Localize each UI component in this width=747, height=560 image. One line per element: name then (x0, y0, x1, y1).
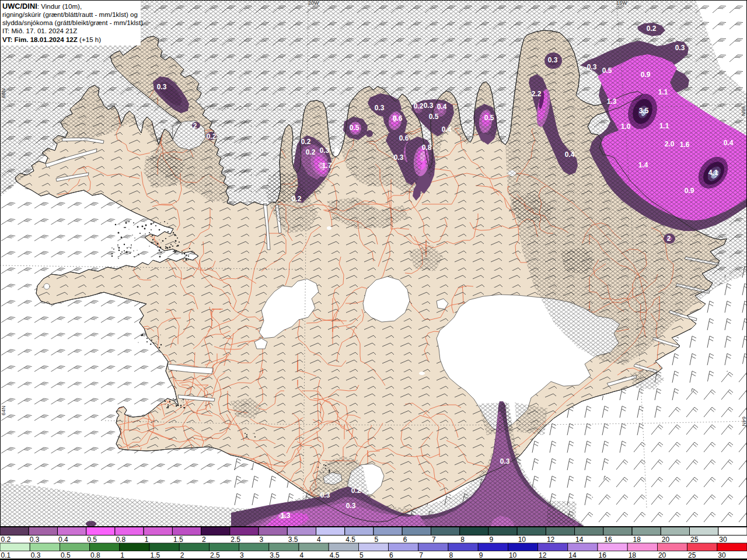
svg-text:14: 14 (568, 551, 577, 559)
svg-text:25: 25 (690, 536, 699, 544)
svg-text:VT: Fim. 18.01.2024 12Z (+15 h: VT: Fim. 18.01.2024 12Z (+15 h) (2, 36, 101, 43)
svg-text:4.5: 4.5 (345, 536, 355, 544)
svg-text:0.2: 0.2 (306, 148, 316, 156)
svg-text:0.5: 0.5 (61, 551, 71, 559)
svg-text:9: 9 (479, 551, 483, 559)
svg-text:IT: Mið. 17. 01. 2024 21Z: IT: Mið. 17. 01. 2024 21Z (2, 27, 77, 34)
svg-text:1.1: 1.1 (659, 122, 669, 130)
svg-text:0.5: 0.5 (350, 124, 359, 132)
svg-text:5: 5 (359, 551, 364, 559)
svg-text:0.3: 0.3 (31, 551, 41, 559)
svg-text:3.5: 3.5 (270, 551, 280, 559)
svg-text:2: 2 (667, 235, 671, 243)
svg-text:4.1: 4.1 (708, 169, 718, 177)
svg-text:64N: 64N (741, 416, 747, 426)
svg-text:0.2: 0.2 (207, 132, 217, 141)
svg-text:66N: 66N (741, 106, 746, 116)
svg-text:20W: 20W (308, 0, 319, 6)
svg-text:16: 16 (599, 551, 607, 559)
svg-text:0.4: 0.4 (724, 139, 734, 147)
svg-text:1.6: 1.6 (680, 141, 690, 149)
svg-text:0.2: 0.2 (1, 536, 11, 544)
svg-text:0.6: 0.6 (399, 134, 409, 142)
svg-text:2: 2 (180, 551, 184, 559)
svg-text:slydda/snjókoma (grátt/bleikt/: slydda/snjókoma (grátt/bleikt/grænt - mm… (2, 19, 143, 26)
svg-text:0.9: 0.9 (685, 187, 694, 195)
svg-text:18: 18 (633, 536, 641, 544)
svg-text:3.5: 3.5 (639, 107, 649, 115)
svg-text:3: 3 (260, 536, 264, 544)
svg-text:5: 5 (375, 536, 379, 544)
svg-text:7: 7 (419, 551, 423, 559)
svg-text:0.3: 0.3 (346, 502, 356, 510)
svg-text:2.5: 2.5 (231, 536, 240, 544)
svg-text:30: 30 (718, 551, 726, 559)
svg-text:0.3: 0.3 (375, 104, 385, 112)
svg-text:rigning/skúrir (grænt/blátt/ra: rigning/skúrir (grænt/blátt/rautt - mm/1… (2, 10, 138, 18)
svg-text:0.3: 0.3 (675, 44, 685, 52)
svg-text:4: 4 (317, 536, 321, 544)
svg-text:1: 1 (145, 536, 149, 544)
svg-text:0.5: 0.5 (602, 66, 612, 75)
svg-text:0.8: 0.8 (422, 144, 432, 152)
svg-text:9: 9 (489, 536, 493, 544)
svg-text:0.6: 0.6 (393, 114, 403, 123)
svg-text:6: 6 (403, 536, 407, 544)
svg-text:2.2: 2.2 (532, 90, 542, 98)
svg-text:2: 2 (193, 122, 197, 130)
svg-text:0.4: 0.4 (442, 125, 452, 134)
svg-text:0.2: 0.2 (647, 24, 657, 33)
svg-text:0.3: 0.3 (30, 536, 40, 544)
svg-text:0.3: 0.3 (320, 146, 330, 155)
svg-text:64N: 64N (1, 405, 6, 415)
svg-text:0.5: 0.5 (87, 536, 97, 544)
svg-text:0.8: 0.8 (90, 551, 100, 559)
svg-text:0.4: 0.4 (437, 103, 447, 111)
svg-text:2: 2 (202, 536, 206, 544)
svg-text:18: 18 (629, 551, 637, 559)
svg-text:0.3: 0.3 (548, 56, 558, 64)
svg-text:14: 14 (575, 536, 584, 544)
svg-text:0.2: 0.2 (414, 102, 424, 110)
svg-text:25: 25 (688, 551, 696, 559)
svg-text:16: 16 (604, 536, 612, 544)
svg-text:15W: 15W (616, 0, 627, 6)
svg-text:0.3: 0.3 (157, 83, 167, 91)
svg-text:12: 12 (539, 551, 547, 559)
svg-text:66N: 66N (1, 88, 6, 98)
svg-text:0.3: 0.3 (424, 102, 434, 110)
svg-text:0.3: 0.3 (587, 63, 597, 71)
svg-text:3.5: 3.5 (288, 536, 298, 544)
svg-text:10: 10 (518, 536, 526, 544)
svg-text:1.3: 1.3 (281, 512, 291, 520)
svg-text:1.5: 1.5 (151, 551, 160, 559)
svg-text:0.9: 0.9 (641, 71, 651, 79)
svg-text:0.5: 0.5 (484, 114, 494, 122)
svg-text:6: 6 (389, 551, 393, 559)
svg-text:0.8: 0.8 (116, 536, 125, 544)
svg-text:1.3: 1.3 (607, 97, 617, 106)
svg-text:1.1: 1.1 (658, 88, 668, 96)
svg-text:2.5: 2.5 (210, 551, 220, 559)
svg-text:8: 8 (460, 536, 465, 544)
svg-text:1.5: 1.5 (173, 536, 183, 544)
svg-text:4.5: 4.5 (330, 551, 340, 559)
svg-text:0.4: 0.4 (58, 536, 68, 544)
svg-text:0.2: 0.2 (301, 138, 311, 146)
svg-text:7: 7 (432, 536, 436, 544)
svg-text:1: 1 (120, 551, 124, 559)
svg-text:1.4: 1.4 (638, 161, 648, 169)
svg-text:0.3: 0.3 (394, 153, 404, 162)
svg-text:0.1: 0.1 (1, 551, 11, 559)
svg-text:0.4: 0.4 (565, 150, 575, 159)
svg-text:30: 30 (719, 536, 727, 544)
svg-text:0.3: 0.3 (320, 491, 330, 499)
svg-text:UWC/DINI: Vindur (10m),: UWC/DINI: Vindur (10m), (2, 2, 82, 10)
svg-text:20: 20 (662, 536, 670, 544)
svg-text:1.0: 1.0 (621, 123, 631, 131)
svg-text:10: 10 (509, 551, 517, 559)
svg-text:3: 3 (240, 551, 244, 559)
svg-text:0.2: 0.2 (292, 195, 302, 203)
svg-text:0.2: 0.2 (351, 487, 361, 495)
svg-text:1.7: 1.7 (322, 162, 332, 170)
